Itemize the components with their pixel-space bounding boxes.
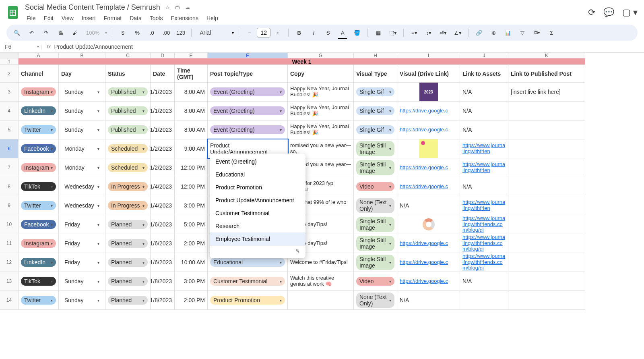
chevron-down-icon[interactable]: ▾ — [389, 241, 391, 246]
cell-published[interactable] — [508, 234, 585, 253]
chevron-down-icon[interactable]: ▾ — [51, 203, 53, 208]
chevron-down-icon[interactable]: ▾ — [97, 241, 99, 246]
cell-date[interactable]: 1/2/2023 — [151, 158, 175, 177]
comment-button[interactable]: ⊕ — [488, 27, 499, 38]
cell-time[interactable]: 12:00 PM — [175, 158, 208, 177]
row-header-9[interactable]: 9 — [0, 196, 19, 215]
cell-topic[interactable]: Event (Greeting)▾ — [208, 102, 288, 120]
cell-published[interactable] — [508, 177, 585, 196]
menu-extensions[interactable]: Extensions — [167, 14, 201, 22]
row-header-3[interactable]: 3 — [0, 83, 19, 102]
row-header-1[interactable]: 1 — [0, 58, 19, 65]
filter-views-button[interactable]: ⧉▾ — [531, 27, 543, 38]
cell-published[interactable] — [508, 253, 585, 272]
cell-published[interactable] — [508, 139, 585, 158]
chevron-down-icon[interactable]: ▾ — [389, 147, 391, 151]
move-icon[interactable]: 🗀 — [175, 4, 180, 10]
cell-published[interactable]: [insert live link here] — [508, 83, 585, 102]
strike-button[interactable]: S — [322, 27, 334, 38]
chevron-down-icon[interactable]: ▾ — [51, 90, 53, 94]
cell-visual-link[interactable]: https://drive.google.c — [397, 177, 460, 196]
chevron-down-icon[interactable]: ▾ — [142, 222, 144, 227]
search-icon[interactable]: 🔍 — [11, 27, 23, 38]
select-all[interactable] — [0, 53, 19, 58]
cell-channel[interactable]: Twitter▾ — [19, 120, 59, 139]
menu-insert[interactable]: Insert — [78, 14, 99, 22]
history-icon[interactable]: ⟳ — [588, 7, 595, 18]
cell-channel[interactable]: Facebook▾ — [19, 139, 59, 158]
link-button[interactable]: 🔗 — [473, 27, 485, 38]
cell-visual[interactable]: N/A — [397, 196, 460, 215]
cell-assets[interactable] — [460, 291, 508, 310]
chevron-down-icon[interactable]: ▾ — [142, 166, 144, 170]
halign-button[interactable]: ≡▾ — [409, 27, 420, 38]
cell-assets[interactable]: https://www.journalingwithfriends.com/bl… — [460, 215, 508, 234]
chart-button[interactable]: 📊 — [502, 27, 514, 38]
cell-time[interactable]: 9:00 AM — [175, 139, 208, 158]
cell-assets[interactable]: N/A — [460, 120, 508, 139]
format-number-button[interactable]: 123 — [175, 27, 186, 38]
decrease-decimal-button[interactable]: .0 — [146, 27, 157, 38]
cell-channel[interactable]: LinkedIn▾ — [19, 102, 59, 120]
cell-copy[interactable]: Happy New Year, Journal Buddies! 🎉 — [288, 120, 354, 139]
cell-assets[interactable]: https://www.journalingwithfrien — [460, 196, 508, 215]
chevron-down-icon[interactable]: ▾ — [389, 260, 391, 265]
cell-assets[interactable]: N/A — [460, 272, 508, 291]
cell-vtype[interactable]: Video▾ — [354, 177, 397, 196]
cell-status[interactable]: Planned▾ — [105, 291, 151, 310]
doc-title[interactable]: Social Media Content Template / Semrush — [23, 2, 162, 12]
chevron-down-icon[interactable]: ▾ — [97, 185, 99, 189]
cell-channel[interactable]: Twitter▾ — [19, 291, 59, 310]
dropdown-option[interactable]: Event (Greeting) — [210, 155, 305, 168]
col-header-I[interactable]: I — [397, 53, 460, 58]
dropdown-option[interactable]: Product Update/Announcement — [210, 194, 305, 207]
cell-channel[interactable]: LinkedIn▾ — [19, 253, 59, 272]
name-box[interactable]: F6 — [2, 44, 37, 50]
cell-assets[interactable]: N/A — [460, 177, 508, 196]
cell-status[interactable]: Published▾ — [105, 83, 151, 102]
menu-help[interactable]: Help — [203, 14, 221, 22]
chevron-down-icon[interactable]: ▾ — [142, 128, 144, 132]
cell-visual-thumb[interactable] — [397, 215, 460, 234]
chevron-down-icon[interactable]: ▾ — [389, 128, 391, 132]
row-header-5[interactable]: 5 — [0, 120, 19, 139]
cell-published[interactable] — [508, 196, 585, 215]
chevron-down-icon[interactable]: ▾ — [280, 90, 282, 94]
cell-status[interactable]: Scheduled▾ — [105, 158, 151, 177]
cell-status[interactable]: Planned▾ — [105, 253, 151, 272]
menu-view[interactable]: View — [58, 14, 77, 22]
paint-format-button[interactable]: 🖌 — [69, 27, 80, 38]
filter-button[interactable]: ▽ — [517, 27, 528, 38]
text-color-button[interactable]: A — [337, 27, 348, 38]
font-size-input[interactable] — [257, 28, 270, 37]
cell-assets[interactable]: N/A — [460, 102, 508, 120]
chevron-down-icon[interactable]: ▾ — [97, 260, 99, 265]
cell-assets[interactable]: https://www.journalingwithfrien — [460, 139, 508, 158]
chevron-down-icon[interactable]: ▾ — [51, 260, 53, 265]
functions-button[interactable]: Σ — [546, 27, 557, 38]
undo-button[interactable]: ↶ — [26, 27, 37, 38]
cell-time[interactable]: 2:00 PM — [175, 234, 208, 253]
cell-assets[interactable]: https://www.journalingwithfriends.com/bl… — [460, 253, 508, 272]
cell-date[interactable]: 1/4/2023 — [151, 196, 175, 215]
cell-vtype[interactable]: Single Still Image▾ — [354, 234, 397, 253]
cell-status[interactable]: Planned▾ — [105, 234, 151, 253]
col-header-G[interactable]: G — [288, 53, 354, 58]
chevron-down-icon[interactable]: ▾ — [97, 298, 99, 303]
chevron-down-icon[interactable]: ▾ — [389, 109, 391, 113]
row-header-4[interactable]: 4 — [0, 102, 19, 120]
chevron-down-icon[interactable]: ▾ — [51, 279, 53, 284]
chevron-down-icon[interactable]: ▾ — [280, 128, 282, 132]
cell-channel[interactable]: Instagram▾ — [19, 158, 59, 177]
cell-channel[interactable]: Instagram▾ — [19, 234, 59, 253]
col-header-A[interactable]: A — [19, 53, 59, 58]
cell-visual-link[interactable]: https://drive.google.c — [397, 120, 460, 139]
chevron-down-icon[interactable]: ▾ — [142, 241, 144, 246]
cell-channel[interactable]: TikTok▾ — [19, 272, 59, 291]
italic-button[interactable]: I — [308, 27, 319, 38]
cell-visual-link[interactable]: https://drive.google.c — [397, 272, 460, 291]
col-header-K[interactable]: K — [508, 53, 585, 58]
chevron-down-icon[interactable]: ▾ — [97, 203, 99, 208]
comments-icon[interactable]: 💬 — [603, 7, 614, 18]
cell-copy[interactable]: Happy New Year, Journal Buddies! 🎉 — [288, 83, 354, 102]
